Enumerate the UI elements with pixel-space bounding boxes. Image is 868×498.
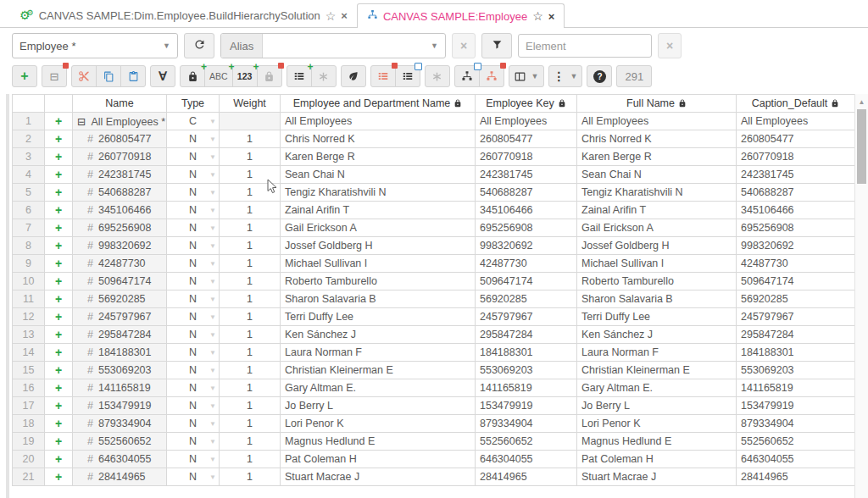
favorite-star-icon[interactable]: ☆ (326, 9, 337, 23)
employee-and-department-name-cell[interactable]: Zainal Arifin T (281, 202, 476, 219)
row-number-cell[interactable]: 18 (13, 415, 45, 433)
add-numeric-attribute-button[interactable]: 123+ (232, 65, 258, 87)
copy-button[interactable] (96, 65, 121, 87)
plus-icon[interactable]: + (55, 363, 62, 377)
row-number-cell[interactable]: 15 (13, 362, 45, 379)
row-number-cell[interactable]: 1 (13, 113, 45, 130)
clear-alias-button[interactable]: × (452, 33, 476, 58)
tab-employee[interactable]: CANVAS SAMPLE:Employee ☆ × (357, 3, 565, 28)
type-cell[interactable]: N▼ (167, 344, 220, 362)
weight-cell[interactable]: 1 (220, 308, 281, 326)
member-name-cell[interactable]: #552560652 (73, 433, 167, 451)
employee-key-cell[interactable]: 879334904 (476, 415, 577, 433)
plus-icon[interactable]: + (55, 168, 62, 181)
employee-key-cell[interactable]: 245797967 (476, 308, 577, 326)
type-cell[interactable]: N▼ (167, 308, 220, 326)
employee-and-department-name-cell[interactable]: Pat Coleman H (281, 451, 476, 468)
type-cell[interactable]: N▼ (167, 379, 220, 397)
full-name-cell[interactable]: Stuart Macrae J (577, 468, 737, 486)
member-name-cell[interactable]: #998320692 (73, 237, 167, 255)
leaf-view-button[interactable] (341, 65, 366, 87)
scroll-up-icon[interactable]: ▲ (855, 94, 868, 106)
add-member-button[interactable]: + (12, 65, 37, 87)
full-name-cell[interactable]: Gary Altman E. (577, 379, 737, 397)
weight-cell[interactable] (220, 113, 281, 130)
member-name-cell[interactable]: #295847284 (73, 326, 167, 344)
row-number-cell[interactable]: 21 (13, 468, 45, 486)
close-tab-icon[interactable]: × (341, 9, 348, 22)
weight-cell[interactable]: 1 (220, 451, 281, 468)
employee-key-cell[interactable]: 553069203 (476, 362, 577, 379)
hierarchy-placeholder-button[interactable] (425, 65, 450, 87)
caption-default-cell[interactable]: 141165819 (737, 379, 855, 397)
employee-and-department-name-cell[interactable]: Karen Berge R (281, 148, 476, 166)
weight-cell[interactable]: 1 (220, 468, 281, 486)
type-cell[interactable]: N▼ (167, 326, 220, 344)
type-cell[interactable]: C▼ (167, 113, 220, 130)
employee-key-cell[interactable]: 56920285 (476, 290, 577, 308)
add-child-cell[interactable]: + (45, 379, 73, 397)
cut-button[interactable] (71, 65, 97, 87)
help-button[interactable]: ? (587, 65, 612, 87)
plus-icon[interactable]: + (55, 132, 62, 146)
plus-icon[interactable]: + (55, 292, 62, 306)
add-child-cell[interactable]: + (45, 219, 73, 237)
add-attribute-button[interactable]: + (180, 65, 205, 87)
employee-and-department-name-cell[interactable]: Gail Erickson A (281, 219, 476, 237)
member-name-cell[interactable]: #540688287 (73, 184, 167, 202)
member-name-cell[interactable]: #260770918 (73, 148, 167, 166)
remove-subset-button[interactable] (370, 65, 396, 87)
column-header-employee_key[interactable]: Employee Key (476, 95, 577, 113)
add-child-cell[interactable]: + (45, 344, 73, 362)
row-number-cell[interactable]: 5 (13, 184, 45, 202)
row-number-cell[interactable]: 8 (13, 237, 45, 255)
row-number-cell[interactable]: 11 (13, 290, 45, 308)
column-header-type[interactable]: Type (167, 95, 220, 113)
add-child-cell[interactable]: + (45, 130, 73, 148)
employee-key-cell[interactable]: 153479919 (476, 397, 577, 415)
favorite-star-icon[interactable]: ☆ (532, 9, 543, 23)
member-name-cell[interactable]: #42487730 (73, 255, 167, 273)
employee-key-cell[interactable]: 260770918 (476, 148, 577, 166)
plus-icon[interactable]: + (55, 452, 62, 466)
add-child-cell[interactable]: + (45, 202, 73, 219)
column-header-caption_default[interactable]: Caption_Default (737, 95, 855, 113)
plus-icon[interactable]: + (55, 417, 62, 430)
plus-icon[interactable]: + (55, 399, 62, 412)
row-number-cell[interactable]: 9 (13, 255, 45, 273)
add-child-cell[interactable]: + (45, 184, 73, 202)
caption-default-cell[interactable]: 553069203 (737, 362, 855, 379)
member-name-cell[interactable]: #695256908 (73, 219, 167, 237)
employee-key-cell[interactable]: 28414965 (476, 468, 577, 486)
weight-cell[interactable]: 1 (220, 255, 281, 273)
caption-default-cell[interactable]: 245797967 (737, 308, 855, 326)
caption-default-cell[interactable]: 552560652 (737, 433, 855, 451)
employee-key-cell[interactable]: 646304055 (476, 451, 577, 468)
plus-icon[interactable]: + (55, 257, 62, 270)
employee-and-department-name-cell[interactable]: Stuart Macrae J (281, 468, 476, 486)
caption-default-cell[interactable]: 242381745 (737, 166, 855, 184)
add-child-cell[interactable]: + (45, 326, 73, 344)
plus-icon[interactable]: + (55, 310, 62, 324)
caption-default-cell[interactable]: 56920285 (737, 290, 855, 308)
weight-cell[interactable]: 1 (220, 362, 281, 379)
employee-key-cell[interactable]: 260805477 (476, 130, 577, 148)
type-cell[interactable]: N▼ (167, 451, 220, 468)
full-name-cell[interactable]: Tengiz Kharatishvili N (577, 184, 737, 202)
add-child-cell[interactable]: + (45, 237, 73, 255)
employee-and-department-name-cell[interactable]: Chris Norred K (281, 130, 476, 148)
caption-default-cell[interactable]: 879334904 (737, 415, 855, 433)
type-cell[interactable]: N▼ (167, 166, 220, 184)
member-name-cell[interactable]: #345106466 (73, 202, 167, 219)
row-number-cell[interactable]: 6 (13, 202, 45, 219)
weight-cell[interactable]: 1 (220, 219, 281, 237)
member-name-cell[interactable]: #28414965 (73, 468, 167, 486)
plus-icon[interactable]: + (55, 185, 62, 199)
weight-cell[interactable]: 1 (220, 148, 281, 166)
caption-default-cell[interactable]: 260805477 (737, 130, 855, 148)
weight-cell[interactable]: 1 (220, 379, 281, 397)
add-child-cell[interactable]: + (45, 290, 73, 308)
type-cell[interactable]: N▼ (167, 433, 220, 451)
weight-cell[interactable]: 1 (220, 344, 281, 362)
add-child-cell[interactable]: + (45, 273, 73, 290)
